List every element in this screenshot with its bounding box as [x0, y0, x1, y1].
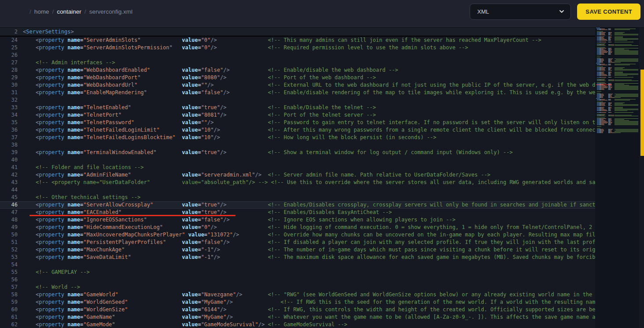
line-number: 27 — [0, 59, 18, 66]
code-line-54[interactable]: 54 — [0, 261, 595, 269]
line-number: 31 — [0, 89, 18, 96]
line-number: 51 — [0, 239, 18, 246]
code-line-26[interactable]: 26 — [0, 52, 595, 59]
code-line-35[interactable]: 35 <property name="TelnetPassword" value… — [0, 119, 595, 126]
minimap[interactable] — [595, 28, 639, 328]
code-line-62[interactable]: 62 <property name="GameMode" value="Game… — [0, 321, 595, 328]
scrollbar-thumb[interactable] — [640, 70, 644, 156]
code-line-41[interactable]: 41 <!-- Folder and file locations --> — [0, 164, 595, 171]
line-number: 47 — [0, 209, 18, 216]
code-line-60[interactable]: 60 <property name="WorldGenSize" value="… — [0, 306, 595, 313]
line-number: 40 — [0, 156, 18, 164]
line-number: 24 — [0, 37, 18, 44]
line-number: 52 — [0, 246, 18, 254]
code-line-42[interactable]: 42 <property name="AdminFileName" value=… — [0, 171, 595, 179]
code-line-52[interactable]: 52 <property name="MaxChunkAge" value="-… — [0, 246, 595, 254]
code-line-50[interactable]: 50 <property name="MaxUncoveredMapChunks… — [0, 231, 595, 239]
code-line-31[interactable]: 31 <property name="EnableMapRendering" v… — [0, 89, 595, 96]
top-bar: /home/container/serverconfig.xml XML SAV… — [0, 0, 644, 27]
code-line-48[interactable]: 48 <property name="IgnoreEOSSanctions" v… — [0, 216, 595, 224]
line-number: 30 — [0, 81, 18, 89]
code-area[interactable]: 24 <property name="ServerAdminSlots" val… — [0, 37, 595, 328]
code-line-43[interactable]: 43 <!-- <property name="UserDataFolder" … — [0, 179, 595, 186]
code-line-61[interactable]: 61 <property name="GameName" value="MyGa… — [0, 313, 595, 321]
code-line-56[interactable]: 56 — [0, 276, 595, 284]
language-select[interactable]: XML — [470, 4, 571, 20]
line-number: 46 — [0, 201, 18, 209]
line-number: 37 — [0, 134, 18, 141]
code-line-45[interactable]: 45 <!-- Other technical settings --> — [0, 194, 595, 201]
code-line-44[interactable]: 44 — [0, 186, 595, 194]
line-number: 39 — [0, 149, 18, 156]
line-number: 36 — [0, 126, 18, 134]
code-line-53[interactable]: 53 <property name="SaveDataLimit" value=… — [0, 254, 595, 261]
line-number: 42 — [0, 171, 18, 179]
line-number: 43 — [0, 179, 18, 186]
line-number: 61 — [0, 313, 18, 321]
code-line-38[interactable]: 38 — [0, 141, 595, 149]
code-line-46[interactable]: 46 <property name="ServerAllowCrossplay"… — [0, 201, 595, 209]
line-number: 50 — [0, 231, 18, 239]
line-number: 25 — [0, 44, 18, 52]
save-content-button[interactable]: SAVE CONTENT — [577, 4, 640, 20]
code-line-59[interactable]: 59 <property name="WorldGenSeed" value="… — [0, 299, 595, 306]
code-line-30[interactable]: 30 <property name="WebDashboardUrl" valu… — [0, 81, 595, 89]
line-number: 49 — [0, 224, 18, 231]
sticky-line[interactable]: 2<ServerSettings> — [0, 28, 595, 37]
line-number: 59 — [0, 299, 18, 306]
line-number: 44 — [0, 186, 18, 194]
breadcrumb-item-container[interactable]: container — [57, 8, 81, 15]
line-number: 41 — [0, 164, 18, 171]
breadcrumb-separator: / — [52, 8, 54, 15]
line-number: 48 — [0, 216, 18, 224]
breadcrumb: /home/container/serverconfig.xml — [26, 8, 132, 15]
code-line-55[interactable]: 55 <!-- GAMEPLAY --> — [0, 269, 595, 276]
minimap-row — [595, 133, 639, 133]
code-line-34[interactable]: 34 <property name="TelnetPort" value="80… — [0, 111, 595, 119]
code-line-33[interactable]: 33 <property name="TelnetEnabled" value=… — [0, 104, 595, 111]
line-number: 29 — [0, 74, 18, 81]
chevron-down-icon — [559, 9, 564, 14]
breadcrumb-item-home[interactable]: home — [34, 8, 49, 15]
code-line-29[interactable]: 29 <property name="WebDashboardPort" val… — [0, 74, 595, 81]
line-number: 34 — [0, 111, 18, 119]
line-number: 57 — [0, 284, 18, 291]
code-line-58[interactable]: 58 <property name="GameWorld" value="Nav… — [0, 291, 595, 299]
line-number: 33 — [0, 104, 18, 111]
code-line-51[interactable]: 51 <property name="PersistentPlayerProfi… — [0, 239, 595, 246]
code-line-40[interactable]: 40 — [0, 156, 595, 164]
breadcrumb-separator: / — [85, 8, 86, 15]
code-line-47[interactable]: 47 <property name="EACEnabled" value="tr… — [0, 209, 595, 216]
code-line-37[interactable]: 37 <property name="TelnetFailedLoginsBlo… — [0, 134, 595, 141]
language-select-value: XML — [477, 8, 489, 15]
code-line-27[interactable]: 27 <!-- Admin interfaces --> — [0, 59, 595, 66]
code-line-49[interactable]: 49 <property name="HideCommandExecutionL… — [0, 224, 595, 231]
code-line-25[interactable]: 25 <property name="ServerAdminSlotsPermi… — [0, 44, 595, 52]
code-editor[interactable]: 2<ServerSettings> 24 <property name="Ser… — [0, 27, 644, 328]
line-number: 32 — [0, 96, 18, 104]
line-number: 26 — [0, 52, 18, 59]
line-number: 62 — [0, 321, 18, 328]
code-line-24[interactable]: 24 <property name="ServerAdminSlots" val… — [0, 37, 595, 44]
line-number: 45 — [0, 194, 18, 201]
code-line-39[interactable]: 39 <property name="TerminalWindowEnabled… — [0, 149, 595, 156]
line-number: 35 — [0, 119, 18, 126]
line-number: 60 — [0, 306, 18, 313]
line-number: 38 — [0, 141, 18, 149]
line-number: 54 — [0, 261, 18, 269]
code-line-28[interactable]: 28 <property name="WebDashboardEnabled" … — [0, 66, 595, 74]
line-number: 58 — [0, 291, 18, 299]
line-number: 53 — [0, 254, 18, 261]
line-number: 55 — [0, 269, 18, 276]
code-line-36[interactable]: 36 <property name="TelnetFailedLoginLimi… — [0, 126, 595, 134]
line-number: 56 — [0, 276, 18, 284]
line-number: 28 — [0, 66, 18, 74]
code-line-57[interactable]: 57 <!-- World --> — [0, 284, 595, 291]
code-line-32[interactable]: 32 — [0, 96, 595, 104]
breadcrumb-separator: / — [29, 8, 31, 15]
breadcrumb-item-filename: serverconfig.xml — [89, 8, 132, 15]
